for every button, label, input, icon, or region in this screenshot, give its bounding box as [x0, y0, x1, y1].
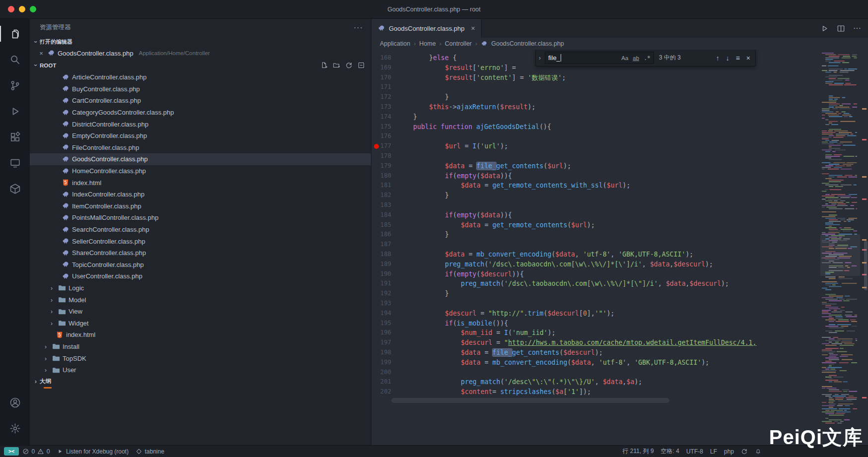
code-line-196[interactable]: 196$num_iid = I('num_iid'); [371, 328, 820, 338]
breadcrumb-item-controller[interactable]: Controller [445, 40, 472, 47]
line-gutter[interactable]: 201 [371, 377, 391, 387]
line-gutter[interactable]: 199 [371, 358, 391, 368]
tree-item-view[interactable]: ›View [30, 306, 371, 318]
line-content[interactable]: if(empty($data)){ [391, 171, 512, 181]
code-lines[interactable]: 168}else {169$result['errno'] = 170$resu… [371, 53, 820, 397]
line-gutter[interactable]: 202 [371, 387, 391, 397]
tree-item-topsdk[interactable]: ›TopSDK [30, 352, 371, 364]
line-gutter[interactable]: 181 [371, 181, 391, 191]
tree-item-install[interactable]: ›Install [30, 341, 371, 353]
toggle-replace-chevron-icon[interactable]: › [536, 50, 544, 66]
line-gutter[interactable]: 200 [371, 368, 391, 378]
code-line-178[interactable]: 178 [371, 151, 820, 161]
line-content[interactable]: if(is_mobile()){ [391, 319, 508, 328]
code-line-179[interactable]: 179$data = file_get_contents($url); [371, 161, 820, 171]
tree-item-emptycontroller-class-php[interactable]: EmptyController.class.php [30, 130, 371, 142]
line-content[interactable]: $descurl = "http://".trim($descurl[0],'"… [391, 309, 615, 319]
next-match-icon[interactable]: ↓ [726, 55, 729, 62]
line-gutter[interactable]: 173 [371, 102, 391, 112]
line-gutter[interactable]: 198 [371, 348, 391, 358]
tree-item-usercontroller-class-php[interactable]: UserController.class.php [30, 270, 371, 282]
sync-status[interactable] [737, 448, 751, 455]
code-line-191[interactable]: 191preg_match('/dsc\.taobaocdn\.com[\w\.… [371, 279, 820, 289]
language-status[interactable]: php [721, 448, 737, 455]
tree-item-index-html[interactable]: index.html [30, 177, 371, 189]
open-editors-section-header[interactable]: › 打开的编辑器 [30, 36, 371, 47]
line-content[interactable]: $content= stripcslashes($a['1']); [391, 387, 591, 397]
tree-item-districtcontroller-class-php[interactable]: DistrictController.class.php [30, 118, 371, 130]
close-window-button[interactable] [8, 6, 14, 12]
new-folder-icon[interactable] [333, 62, 340, 69]
line-content[interactable]: }else { [391, 53, 457, 63]
close-find-icon[interactable]: × [746, 55, 750, 62]
line-content[interactable]: $data = mb_convert_encoding($data, 'utf-… [391, 358, 709, 368]
root-section-header[interactable]: › ROOT [30, 59, 371, 71]
breadcrumb-item-home[interactable]: Home [419, 40, 435, 47]
tree-item-user[interactable]: ›User [30, 364, 371, 376]
code-line-188[interactable]: 188$data = mb_convert_encoding($data, 'u… [371, 250, 820, 260]
line-content[interactable]: $result['errno'] = [391, 63, 520, 73]
tree-item-model[interactable]: ›Model [30, 294, 371, 306]
tree-item-pointsmallcontroller-class-php[interactable]: PointsMallController.class.php [30, 212, 371, 224]
notifications-status[interactable] [751, 448, 765, 455]
line-content[interactable] [391, 368, 397, 378]
previous-match-icon[interactable]: ↑ [716, 55, 720, 62]
line-content[interactable]: $data = mb_convert_encoding($data, 'utf-… [391, 250, 693, 260]
close-editor-icon[interactable]: × [38, 50, 45, 57]
code-line-184[interactable]: 184if(empty($data)){ [371, 210, 820, 220]
line-content[interactable]: preg_match('/desc\"\:\"(.*)\"\}/U', $dat… [391, 377, 642, 387]
line-gutter[interactable]: 182 [371, 191, 391, 200]
close-tab-icon[interactable]: × [471, 24, 475, 32]
extensions-button[interactable] [0, 124, 30, 150]
line-gutter[interactable]: 178 [371, 151, 391, 161]
tabnine-status[interactable]: tabnine [132, 446, 168, 457]
line-content[interactable]: $url = I('url'); [391, 141, 508, 151]
line-content[interactable]: $data = file_get_contents($descurl); [391, 348, 603, 358]
package-button[interactable] [0, 176, 30, 201]
line-gutter[interactable]: 197 [371, 338, 391, 348]
code-line-195[interactable]: 195if(is_mobile()){ [371, 319, 820, 328]
line-content[interactable]: $descurl = "http://hws.m.taobao.com/cach… [391, 338, 757, 348]
find-input[interactable]: file_ Aa ab .* [545, 52, 654, 64]
whole-word-toggle[interactable]: ab [633, 55, 639, 61]
problems-status[interactable]: 0 0 [19, 446, 53, 457]
line-content[interactable]: } [391, 230, 449, 240]
code-line-183[interactable]: 183 [371, 200, 820, 210]
line-gutter[interactable]: 179 [371, 161, 391, 171]
line-gutter[interactable]: 184 [371, 210, 391, 220]
settings-gear-button[interactable] [0, 415, 30, 441]
tree-item-buycontroller-class-php[interactable]: BuyController.class.php [30, 83, 371, 95]
tab-goodscontroller[interactable]: GoodsController.class.php × [371, 19, 482, 38]
line-content[interactable]: $data = get_remote_contents_with_ssl($ur… [391, 181, 630, 191]
horizontal-scrollbar[interactable] [391, 398, 669, 403]
line-gutter[interactable]: 169 [371, 63, 391, 73]
line-content[interactable]: $data = get_remote_contents($url); [391, 220, 595, 230]
tree-item-index-html[interactable]: index.html [30, 329, 371, 341]
line-content[interactable] [391, 240, 397, 250]
line-gutter[interactable]: 175 [371, 122, 391, 132]
tree-item-filecontroller-class-php[interactable]: FileController.class.php [30, 142, 371, 154]
tree-item-categorygoodscontroller-class-php[interactable]: CategoryGoodsController.class.php [30, 107, 371, 119]
line-gutter[interactable]: 185 [371, 220, 391, 230]
code-line-172[interactable]: 172} [371, 92, 820, 102]
line-content[interactable] [391, 200, 397, 210]
line-content[interactable]: } [391, 191, 449, 200]
line-content[interactable]: $num_iid = I('num_iid'); [391, 328, 556, 338]
account-button[interactable] [0, 390, 30, 415]
line-gutter[interactable]: 171 [371, 82, 391, 92]
code-line-176[interactable]: 176 [371, 131, 820, 141]
run-debug-file-icon[interactable] [820, 24, 829, 33]
tree-item-sellercontroller-class-php[interactable]: SellerController.class.php [30, 235, 371, 247]
line-content[interactable] [391, 82, 397, 92]
find-in-selection-icon[interactable]: ≡ [736, 55, 740, 62]
indentation-status[interactable]: 空格: 4 [657, 447, 683, 456]
minimize-window-button[interactable] [19, 6, 25, 12]
editor-more-actions-icon[interactable]: ··· [853, 24, 861, 33]
eol-status[interactable]: LF [707, 448, 721, 455]
tree-item-articlecontroller-class-php[interactable]: ArticleController.class.php [30, 71, 371, 83]
line-content[interactable]: if(empty($descurl)){ [391, 269, 524, 279]
tree-item-cartcontroller-class-php[interactable]: CartController.class.php [30, 95, 371, 107]
code-line-197[interactable]: 197$descurl = "http://hws.m.taobao.com/c… [371, 338, 820, 348]
code-line-187[interactable]: 187 [371, 240, 820, 250]
code-line-182[interactable]: 182} [371, 191, 820, 200]
